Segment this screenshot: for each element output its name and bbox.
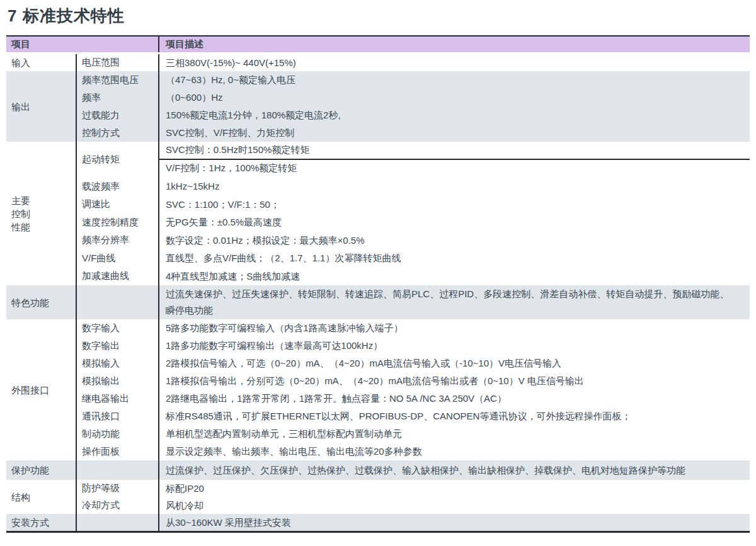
- spec-row-label: [77, 285, 159, 319]
- spec-row-label: 防护等级: [77, 480, 159, 497]
- spec-row: 防护等级 标配IP20: [77, 480, 750, 497]
- spec-row: 调速比 SVC：1:100；V/F:1：50；: [77, 196, 750, 214]
- spec-row-value: 4种直线型加减速；S曲线加减速: [159, 268, 750, 286]
- spec-row-label: 制动功能: [77, 425, 159, 443]
- spec-row-label: 数字输入: [77, 319, 159, 337]
- table-header: 项目 项目描述: [6, 35, 750, 52]
- section-name: 主要 控制 性能: [6, 142, 77, 285]
- spec-row: 过流失速保护、过压失速保护、转矩限制、转速追踪、简易PLC、过程PID、多段速控…: [77, 285, 750, 319]
- section-name-label: 结构: [11, 491, 30, 504]
- section-name-label: 安装方式: [11, 516, 49, 529]
- spec-row-label: [77, 460, 159, 480]
- spec-row: 过流保护、过压保护、欠压保护、过热保护、过载保护、输入缺相保护、输出缺相保护、掉…: [77, 460, 750, 480]
- spec-row-label: 起动转矩: [77, 142, 159, 178]
- spec-row-value: V/F控制：1Hz，100%额定转矩: [159, 160, 750, 178]
- spec-row-value: 1kHz~15kHz: [159, 178, 750, 196]
- spec-row: 继电器输出 2路继电器输出，1路常开常闭，1路常开。触点容量：NO 5A /NC…: [77, 390, 750, 407]
- spec-row-value: SVC控制、V/F控制、力矩控制: [159, 124, 750, 142]
- section-name-label: 输出: [11, 100, 30, 113]
- spec-row: 起动转矩 SVC控制：0.5Hz时150%额定转矩 V/F控制：1Hz，100%…: [77, 142, 750, 178]
- spec-row-label: 冷却方式: [77, 497, 159, 514]
- spec-row-value: 2路模拟信号输入，可选（0~20）mA、（4~20）mA电流信号输入或（-10~…: [159, 355, 750, 372]
- section-main-control-performance: 主要 控制 性能 起动转矩 SVC控制：0.5Hz时150%额定转矩 V/F控制…: [6, 142, 750, 285]
- table-body: 输入 电压范围 三相380V(-15%)~ 440V(+15%) 输出 频率范围…: [6, 54, 750, 533]
- spec-row: 过载能力 150%额定电流1分钟，180%额定电流2秒,: [77, 106, 750, 124]
- section-special-functions: 特色功能 过流失速保护、过压失速保护、转矩限制、转速追踪、简易PLC、过程PID…: [6, 285, 750, 319]
- spec-row: 控制方式 SVC控制、V/F控制、力矩控制: [77, 124, 750, 142]
- spec-row-label: 频率: [77, 89, 159, 106]
- spec-row: 模拟输入 2路模拟信号输入，可选（0~20）mA、（4~20）mA电流信号输入或…: [77, 355, 750, 372]
- spec-row-label: 频率分辨率: [77, 232, 159, 250]
- spec-row-label: 电压范围: [77, 54, 159, 71]
- section-structure: 结构 防护等级 标配IP20 冷却方式 风机冷却: [6, 480, 750, 514]
- spec-row-value: 三相380V(-15%)~ 440V(+15%): [159, 54, 750, 71]
- section-protection-functions: 保护功能 过流保护、过压保护、欠压保护、过热保护、过载保护、输入缺相保护、输出缺…: [6, 460, 750, 480]
- spec-row-value: （47~63）Hz, 0~额定输入电压: [159, 71, 750, 89]
- spec-row-value: 1路多功能数字可编程输出（速率最高可达100kHz）: [159, 337, 750, 355]
- spec-row-value: 标准RS485通讯，可扩展ETHERNET以太网、PROFIBUS-DP、CAN…: [159, 407, 750, 425]
- spec-row-label: 速度控制精度: [77, 213, 159, 232]
- spec-row: V/F曲线 直线型、多点V/F曲线；（2、1.7、1.1）次幂降转矩曲线: [77, 249, 750, 268]
- spec-row: 电压范围 三相380V(-15%)~ 440V(+15%): [77, 54, 750, 71]
- section-name-label: 外围接口: [11, 384, 49, 397]
- spec-row: 频率范围电压 （47~63）Hz, 0~额定输入电压: [77, 71, 750, 89]
- spec-row-value: 直线型、多点V/F曲线；（2、1.7、1.1）次幂降转矩曲线: [159, 249, 750, 268]
- header-col-item: 项目: [6, 37, 159, 52]
- spec-row-value: 数字设定：0.01Hz；模拟设定：最大频率×0.5%: [159, 232, 750, 250]
- spec-row-value: 显示设定频率、输出频率、输出电压、输出电流等20多种参数: [159, 443, 750, 460]
- spec-row-label: 调速比: [77, 196, 159, 214]
- spec-row-label: 操作面板: [77, 443, 159, 460]
- spec-row: 速度控制精度 无PG矢量：±0.5%最高速度: [77, 213, 750, 232]
- header-col-description: 项目描述: [159, 37, 750, 52]
- section-name: 保护功能: [6, 460, 77, 480]
- section-peripheral-interfaces: 外围接口 数字输入 5路多功能数字可编程输入（内含1路高速脉冲输入端子） 数字输…: [6, 319, 750, 460]
- spec-row-label: 过载能力: [77, 106, 159, 124]
- spec-row-label: 通讯接口: [77, 407, 159, 425]
- spec-row: 冷却方式 风机冷却: [77, 497, 750, 514]
- spec-row-value: SVC：1:100；V/F:1：50；: [159, 196, 750, 214]
- spec-row-value: 标配IP20: [159, 480, 750, 497]
- spec-row: 制动功能 单相机型选配内置制动单元，三相机型标配内置制动单元: [77, 425, 750, 443]
- spec-row-label: V/F曲线: [77, 249, 159, 268]
- spec-row-value: 无PG矢量：±0.5%最高速度: [159, 213, 750, 232]
- spec-row-value: 过流失速保护、过压失速保护、转矩限制、转速追踪、简易PLC、过程PID、多段速控…: [159, 285, 750, 319]
- section-name: 输出: [6, 71, 77, 142]
- section-name-label: 保护功能: [11, 464, 49, 477]
- spec-row-value: （0~600）Hz: [159, 89, 750, 106]
- spec-row: 加减速曲线 4种直线型加减速；S曲线加减速: [77, 268, 750, 286]
- spec-row-label: 数字输出: [77, 337, 159, 355]
- spec-row-value: 风机冷却: [159, 497, 750, 514]
- section-name: 特色功能: [6, 285, 77, 319]
- spec-row: 载波频率 1kHz~15kHz: [77, 178, 750, 196]
- spec-row-label: 模拟输出: [77, 372, 159, 390]
- spec-row: 数字输入 5路多功能数字可编程输入（内含1路高速脉冲输入端子）: [77, 319, 750, 337]
- spec-row-value: 2路继电器输出，1路常开常闭，1路常开。触点容量：NO 5A /NC 3A 25…: [159, 390, 750, 407]
- spec-row-value: 1路模拟信号输出，分别可选（0~20）mA、（4~20）mA电流信号输出或者（0…: [159, 372, 750, 390]
- section-name: 输入: [6, 54, 77, 71]
- spec-row-label: 继电器输出: [77, 390, 159, 407]
- spec-row: 通讯接口 标准RS485通讯，可扩展ETHERNET以太网、PROFIBUS-D…: [77, 407, 750, 425]
- spec-row-value: 从30~160KW 采用壁挂式安装: [159, 514, 750, 531]
- spec-row-value: 单相机型选配内置制动单元，三相机型标配内置制动单元: [159, 425, 750, 443]
- spec-row: 操作面板 显示设定频率、输出频率、输出电压、输出电流等20多种参数: [77, 443, 750, 460]
- spec-table: 项目 项目描述 输入 电压范围 三相380V(-15%)~ 440V(+15%)…: [6, 35, 750, 533]
- spec-row-label: 载波频率: [77, 178, 159, 196]
- section-name-label: 主要 控制 性能: [11, 194, 30, 234]
- section-output: 输出 频率范围电压 （47~63）Hz, 0~额定输入电压 频率 （0~600）…: [6, 71, 750, 142]
- spec-row-value: 过流保护、过压保护、欠压保护、过热保护、过载保护、输入缺相保护、输出缺相保护、掉…: [159, 460, 750, 480]
- spec-row-label: 模拟输入: [77, 355, 159, 372]
- spec-row-label: 加减速曲线: [77, 268, 159, 286]
- section-name: 外围接口: [6, 319, 77, 460]
- spec-row-value: 5路多功能数字可编程输入（内含1路高速脉冲输入端子）: [159, 319, 750, 337]
- spec-row: 模拟输出 1路模拟信号输出，分别可选（0~20）mA、（4~20）mA电流信号输…: [77, 372, 750, 390]
- section-input: 输入 电压范围 三相380V(-15%)~ 440V(+15%): [6, 54, 750, 71]
- spec-row-value: 150%额定电流1分钟，180%额定电流2秒,: [159, 106, 750, 124]
- spec-row-value: SVC控制：0.5Hz时150%额定转矩: [159, 142, 750, 160]
- section-name: 结构: [6, 480, 77, 514]
- spec-row-label: [77, 514, 159, 531]
- spec-row: 从30~160KW 采用壁挂式安装: [77, 514, 750, 531]
- section-name-label: 输入: [11, 56, 30, 69]
- spec-row-label: 频率范围电压: [77, 71, 159, 89]
- spec-row: 频率 （0~600）Hz: [77, 89, 750, 106]
- section-mounting-method: 安装方式 从30~160KW 采用壁挂式安装: [6, 514, 750, 531]
